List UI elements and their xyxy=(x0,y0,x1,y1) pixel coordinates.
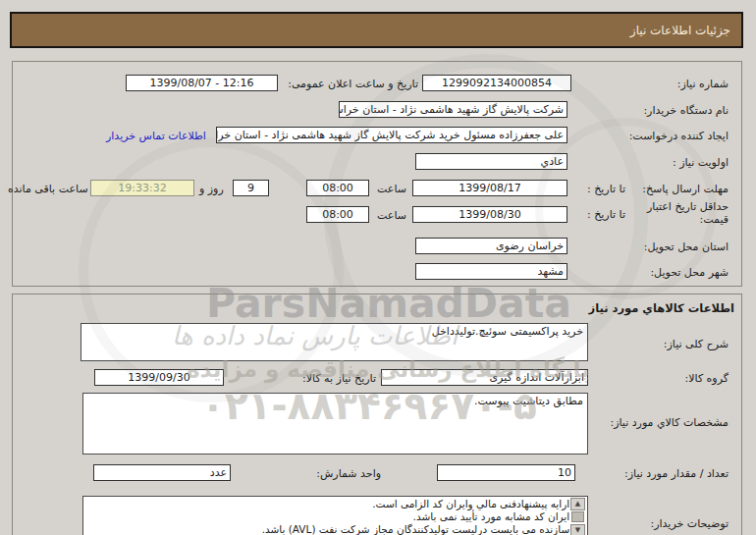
price-validity-date-input[interactable]: 1399/08/30 xyxy=(412,206,567,223)
notes-scrollbar[interactable]: ▲ ▼ xyxy=(570,498,586,535)
countdown-timer: 19:33:32 xyxy=(90,180,194,196)
reply-deadline-label: مهلت ارسال پاسخ: xyxy=(642,183,729,195)
scroll-up-icon[interactable]: ▲ xyxy=(570,498,585,510)
reply-deadline-hour-label: ساعت xyxy=(377,183,406,195)
scrollbar-thumb[interactable] xyxy=(571,511,584,522)
requester-label: ایجاد کننده درخواست: xyxy=(629,130,729,142)
count-unit-label: واحد شمارش: xyxy=(316,467,381,480)
goods-need-date-label: تاریخ نیاز به کالا: xyxy=(302,372,376,385)
price-validity-hour-label: ساعت xyxy=(377,209,406,222)
days-and-label: روز و xyxy=(199,183,224,195)
goods-group-input[interactable]: ابزارآلات اندازه گیری xyxy=(381,369,588,386)
count-unit-input[interactable]: عدد xyxy=(93,464,231,481)
need-description-textarea[interactable]: خرید پراکسیمتی سوئیچ.تولیدداخل xyxy=(81,323,588,361)
remaining-days-box: 9 xyxy=(233,180,269,196)
delivery-city-input[interactable]: مشهد xyxy=(415,263,567,280)
announce-datetime-label: تاریخ و ساعت اعلان عمومی: xyxy=(288,78,418,90)
quantity-label: تعداد / مقدار مورد نیاز: xyxy=(624,467,729,480)
page-title-bar: جزئیات اطلاعات نیاز xyxy=(10,12,743,48)
need-number-input[interactable]: 1299092134000854 xyxy=(422,75,571,91)
buyer-notes-textarea[interactable]: 1- ارایه پیشنهادفنی مالي وایران کد الزام… xyxy=(82,496,588,535)
priority-input[interactable]: عادي xyxy=(415,153,567,170)
request-info-panel xyxy=(12,61,742,287)
delivery-city-label: شهر محل تحویل: xyxy=(650,266,729,279)
scroll-down-icon[interactable]: ▼ xyxy=(570,524,585,535)
need-details-page: جزئیات اطلاعات نیاز شماره نیاز: 12990921… xyxy=(0,0,756,535)
announce-datetime-input[interactable]: 1399/08/07 - 12:16 xyxy=(126,75,278,91)
need-number-label: شماره نیاز: xyxy=(677,78,729,90)
buyer-contact-link[interactable]: اطلاعات تماس خریدار xyxy=(106,130,206,142)
buyer-note-line: 2- ایران کد مشابه مورد تأیید نمی باشد. xyxy=(103,510,583,523)
reply-deadline-until-label: تا تاریخ : xyxy=(587,183,625,195)
goods-group-label: گروه کالا: xyxy=(685,372,729,385)
goods-specs-textarea[interactable]: مطابق دیتاشیت پیوست. xyxy=(82,393,588,455)
buyer-notes-label: توضیحات خریدار: xyxy=(651,517,729,530)
goods-section-header: اطلاعات کالاهاي مورد نیاز xyxy=(589,301,734,315)
goods-need-date-input[interactable]: 1399/09/30 xyxy=(94,369,224,386)
reply-deadline-hour-input[interactable]: 08:00 xyxy=(306,180,369,196)
buyer-note-line: 3- سازنده می بایست درلیست تولیدکنندگان م… xyxy=(103,523,583,535)
price-validity-until-label: تا تاریخ : xyxy=(587,208,625,221)
buyer-note-line: 1- ارایه پیشنهادفنی مالي وایران کد الزام… xyxy=(103,498,583,510)
delivery-province-label: استان محل تحویل: xyxy=(644,241,729,253)
page-title: جزئیات اطلاعات نیاز xyxy=(630,24,730,37)
reply-deadline-date-input[interactable]: 1399/08/17 xyxy=(412,180,567,196)
requester-input[interactable]: علی جعفرزاده مسئول خرید شرکت پالایش گاز … xyxy=(216,127,567,143)
hours-remaining-label: ساعت باقی مانده xyxy=(8,183,88,195)
delivery-province-input[interactable]: خراسان رضوی xyxy=(415,238,567,254)
goods-specs-label: مشخصات کالاي مورد نیاز: xyxy=(610,416,729,429)
quantity-input[interactable]: 10 xyxy=(437,464,575,481)
price-validity-hour-input[interactable]: 08:00 xyxy=(306,206,369,223)
priority-label: اولویت نیاز : xyxy=(673,156,729,169)
price-validity-label: حداقل تاریخ اعتبار قیمت: xyxy=(647,200,729,226)
buyer-name-label: نام دستگاه خریدار: xyxy=(643,104,729,117)
need-description-label: شرح کلی نیاز: xyxy=(664,338,729,350)
buyer-name-input[interactable]: شرکت پالایش گاز شهید هاشمی نژاد - استان … xyxy=(339,101,567,118)
